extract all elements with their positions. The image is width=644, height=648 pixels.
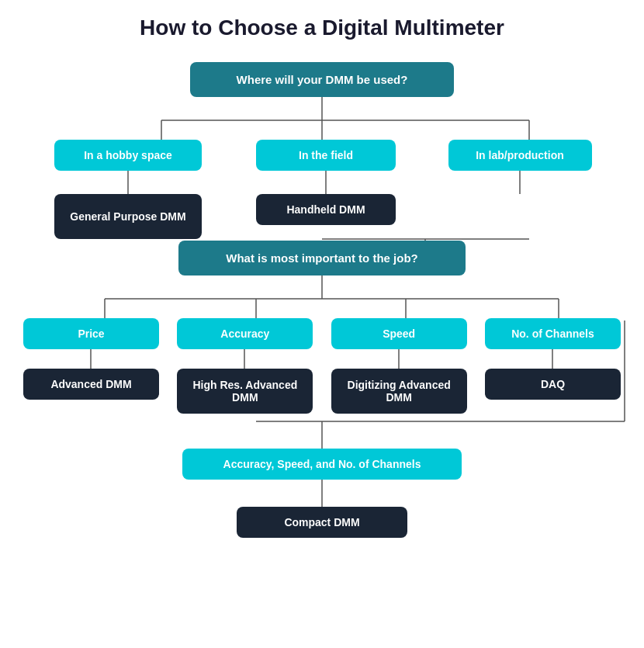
result-compact-dmm: Compact DMM	[237, 507, 407, 538]
diagram-container: How to Choose a Digital Multimeter Where…	[16, 16, 628, 538]
question-2: What is most important to the job?	[178, 241, 466, 275]
branch-accuracy: Accuracy	[177, 318, 313, 349]
branch-speed: Speed	[331, 318, 467, 349]
result-daq: DAQ	[485, 369, 621, 400]
branch-lab: In lab/production	[448, 140, 592, 171]
branch-hobby: In a hobby space	[54, 140, 202, 171]
result-advanced-dmm: Advanced DMM	[23, 369, 159, 400]
result-high-res: High Res. Advanced DMM	[177, 369, 313, 414]
branch-channels: No. of Channels	[485, 318, 621, 349]
branch-accuracy-speed-channels: Accuracy, Speed, and No. of Channels	[182, 449, 462, 480]
branch-price: Price	[23, 318, 159, 349]
result-digitizing: Digitizing Advanced DMM	[331, 369, 467, 414]
branch-field: In the field	[256, 140, 396, 171]
page-title: How to Choose a Digital Multimeter	[140, 16, 504, 40]
question-1: Where will your DMM be used?	[190, 62, 454, 97]
